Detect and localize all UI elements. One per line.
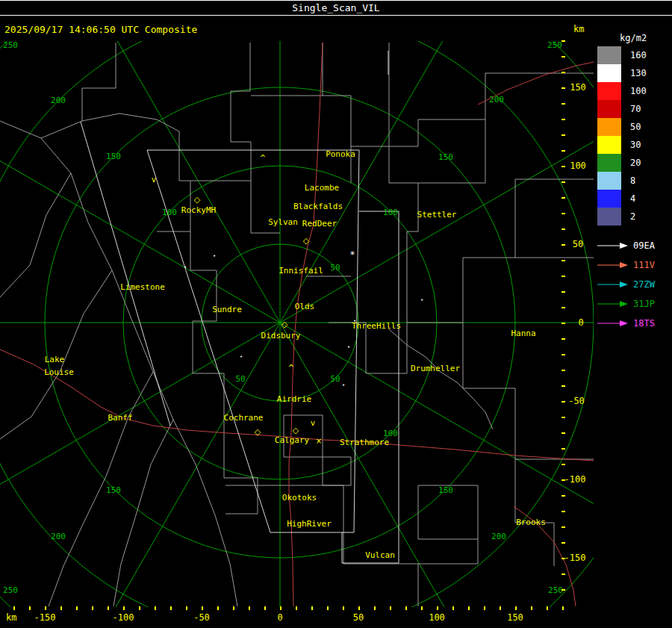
- colorscale-row: 30: [597, 136, 671, 154]
- radar-legend-row: 18TS: [596, 314, 671, 333]
- bottom-axis-label: -50: [193, 612, 210, 623]
- colorscale-value: 50: [621, 122, 641, 132]
- bottom-axis-label: 0: [277, 612, 282, 623]
- bottom-axis-label: 150: [507, 612, 523, 623]
- colorscale-row: 160: [597, 46, 671, 64]
- radar-arrow-icon: [596, 261, 629, 270]
- colorscale-swatch: [597, 190, 621, 208]
- colorscale-swatch: [597, 82, 621, 100]
- radar-arrow-icon: [596, 299, 629, 308]
- colorscale-value: 4: [621, 193, 635, 204]
- radar-legend-row: 27ZW: [596, 275, 671, 294]
- bottom-axis-unit: km: [6, 612, 16, 623]
- colorscale-row: 2: [597, 208, 671, 226]
- county-boundaries: [0, 43, 594, 606]
- colorscale-row: 4: [597, 190, 671, 208]
- radar-arrow-icon: [596, 280, 629, 289]
- colorscale-row: 70: [597, 100, 671, 118]
- colorscale-value: 20: [621, 158, 641, 168]
- colorscale-value: 130: [621, 68, 647, 78]
- colorscale-row: 20: [597, 154, 671, 172]
- colorscale-value: 100: [621, 86, 647, 96]
- colorscale-value: 30: [621, 140, 641, 150]
- radar-map-display[interactable]: [0, 41, 594, 607]
- map-canvas: [0, 41, 594, 607]
- right-axis-unit: km: [573, 24, 584, 34]
- timestamp-label: 2025/09/17 14:06:50 UTC Composite: [4, 24, 197, 35]
- radar-site-legend: 09EA 111V 27ZW 31JP 18TS: [596, 236, 671, 333]
- colorscale-swatch: [597, 64, 621, 82]
- range-rings: [0, 41, 594, 607]
- colorscale-row: 100: [597, 82, 671, 100]
- radar-arrow-icon: [596, 241, 629, 250]
- colorscale-swatch: [597, 172, 621, 190]
- radar-id-label: 27ZW: [629, 279, 655, 290]
- colorscale-swatch: [597, 100, 621, 118]
- colorscale-row: 8: [597, 172, 671, 190]
- radar-legend-row: 31JP: [596, 294, 671, 314]
- colorscale-swatch: [597, 118, 621, 136]
- colorscale-value: 2: [621, 211, 635, 222]
- colorscale-swatch: [597, 46, 621, 64]
- colorscale-title: kg/m2: [620, 33, 647, 43]
- right-axis-ticks: [561, 40, 565, 605]
- window-title: Single_Scan_VIL: [292, 2, 379, 13]
- radar-id-label: 111V: [629, 260, 655, 270]
- colorscale-value: 70: [621, 104, 641, 114]
- bottom-axis-label: -150: [34, 612, 56, 623]
- colorscale-swatch: [597, 208, 621, 226]
- radar-id-label: 18TS: [629, 318, 655, 329]
- colorscale-swatch: [597, 154, 621, 172]
- bottom-axis-label: 100: [429, 612, 445, 623]
- title-bar: Single_Scan_VIL: [0, 0, 672, 16]
- radar-legend-row: 09EA: [596, 236, 671, 255]
- radar-id-label: 31JP: [629, 299, 655, 309]
- radar-id-label: 09EA: [629, 240, 655, 251]
- colorscale-value: 8: [621, 175, 635, 186]
- bottom-axis-label: -100: [113, 612, 134, 623]
- colorscale-row: 130: [597, 64, 671, 82]
- colorscale-value: 160: [621, 50, 647, 60]
- radar-arrow-icon: [596, 319, 629, 328]
- colorscale-swatch: [597, 136, 621, 154]
- radar-legend-row: 111V: [596, 255, 671, 275]
- colorscale: 160 130 100 70 50 30 20 8 4 2: [597, 46, 671, 226]
- bottom-axis-ticks: [13, 606, 566, 610]
- bottom-axis-label: 50: [353, 612, 364, 623]
- colorscale-row: 50: [597, 118, 671, 136]
- highways: [0, 43, 594, 606]
